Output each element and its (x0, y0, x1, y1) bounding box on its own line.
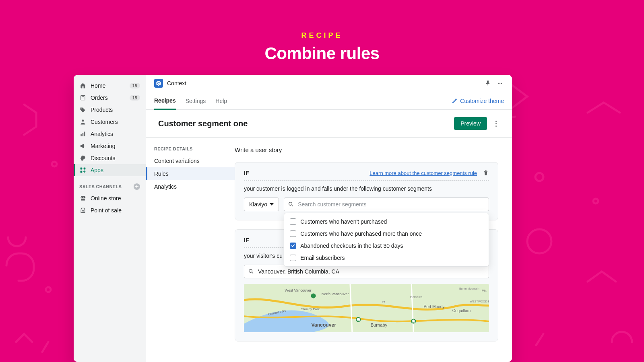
sidebar-item-orders[interactable]: Orders 15 (74, 92, 146, 104)
svg-point-16 (289, 202, 292, 206)
segment-option[interactable]: Abandoned checkouts in the last 30 days (284, 240, 489, 252)
checkbox-icon (290, 230, 296, 237)
svg-text:7A: 7A (412, 320, 415, 323)
trash-icon[interactable] (483, 170, 489, 176)
bars-icon (79, 130, 87, 138)
form-area: Write a user story IF Learn more about t… (235, 138, 512, 362)
sidebar-item-discounts[interactable]: Discounts (74, 152, 146, 164)
subnav-content-variations[interactable]: Content variations (146, 154, 235, 167)
svg-rect-6 (80, 134, 81, 136)
svg-text:Pitt: Pitt (482, 289, 487, 292)
svg-point-2 (535, 173, 543, 181)
segment-option[interactable]: Customers who haven't purchased (284, 216, 489, 228)
segment-option-label: Customers who have purchased more than o… (300, 230, 422, 237)
svg-rect-8 (84, 132, 85, 136)
segment-dropdown: Customers who haven't purchased Customer… (284, 213, 489, 267)
sidebar-item-customers[interactable]: Customers (74, 116, 146, 128)
svg-point-14 (500, 83, 501, 84)
rule-if-label: IF (244, 237, 249, 243)
person-icon (79, 118, 87, 125)
page-more-button[interactable] (492, 121, 500, 127)
svg-rect-12 (82, 211, 84, 212)
svg-text:1: 1 (357, 318, 359, 321)
sidebar-item-label: Point of sale (91, 207, 140, 214)
sidebar-item-marketing[interactable]: Marketing (74, 140, 146, 152)
rule-card-customer-segments: IF Learn more about the customer segment… (235, 162, 498, 220)
segment-option[interactable]: Email subscribers (284, 252, 489, 264)
add-channel-button[interactable] (134, 183, 140, 190)
page-hero-title: Combine rules (0, 44, 644, 63)
provider-dropdown-label: Klaviyo (249, 201, 267, 208)
checkbox-icon (290, 218, 296, 225)
sidebar-section-sales-channels: SALES CHANNELS (74, 176, 146, 192)
segment-option-label: Email subscribers (300, 255, 345, 261)
more-icon[interactable] (496, 79, 504, 87)
svg-rect-9 (80, 168, 83, 170)
search-icon (288, 201, 294, 208)
provider-dropdown[interactable]: Klaviyo (244, 197, 279, 211)
sidebar-item-label: Apps (91, 167, 140, 173)
sidebar-item-home[interactable]: Home 15 (74, 80, 146, 92)
location-search-input[interactable] (244, 265, 489, 278)
recipe-subnav-heading: RECIPE DETAILS (146, 146, 235, 154)
customize-theme-link[interactable]: Customize theme (451, 98, 504, 104)
subnav-analytics[interactable]: Analytics (146, 180, 235, 193)
user-story-title: Write a user story (235, 146, 498, 153)
svg-rect-10 (84, 168, 86, 170)
sidebar-item-online-store[interactable]: Online store (74, 192, 146, 204)
svg-text:Stanley Park: Stanley Park (301, 307, 320, 311)
app-window: Home 15 Orders 15 Products Customers Ana… (74, 75, 512, 362)
segment-option[interactable]: Customers who have purchased more than o… (284, 228, 489, 240)
tab-settings[interactable]: Settings (186, 92, 206, 110)
tag-icon (79, 106, 87, 113)
checkbox-checked-icon (290, 243, 296, 249)
tab-bar: Recipes Settings Help Customize theme (146, 92, 512, 110)
svg-text:Vancouver: Vancouver (311, 322, 336, 328)
svg-text:Burnaby: Burnaby (371, 323, 388, 327)
page-header: Customer segment one Preview (146, 110, 512, 138)
map-preview[interactable]: West Vancouver North Vancouver Stanley P… (244, 284, 489, 332)
sidebar-item-products[interactable]: Products (74, 104, 146, 116)
sidebar-item-label: Online store (91, 195, 140, 202)
sidebar-item-label: Discounts (91, 155, 140, 161)
home-icon (79, 82, 87, 89)
svg-text:Port Moody: Port Moody (424, 304, 445, 309)
sidebar-item-apps[interactable]: Apps (74, 164, 146, 176)
svg-point-1 (46, 287, 51, 292)
sparkle-icon (451, 98, 458, 104)
svg-text:7A: 7A (382, 301, 386, 304)
sidebar-item-pos[interactable]: Point of sale (74, 204, 146, 216)
sidebar-item-label: Home (91, 82, 126, 89)
segment-search-input[interactable] (284, 197, 489, 211)
main-panel: Context Recipes Settings Help Customize … (146, 75, 512, 362)
tab-recipes[interactable]: Recipes (154, 92, 176, 110)
preview-button[interactable]: Preview (454, 117, 487, 130)
svg-point-3 (593, 199, 598, 204)
segment-option-label: Abandoned checkouts in the last 30 days (300, 243, 403, 249)
subnav-rules[interactable]: Rules (146, 167, 235, 180)
pin-icon[interactable] (484, 79, 492, 87)
search-icon (248, 268, 254, 275)
page-eyebrow: RECIPE (0, 31, 644, 40)
sidebar-item-label: Orders (91, 95, 126, 101)
orders-icon (79, 94, 87, 101)
sidebar-item-analytics[interactable]: Analytics (74, 128, 146, 140)
pos-icon (79, 207, 87, 214)
app-logo (154, 79, 163, 88)
page-title: Customer segment one (158, 119, 248, 128)
recipe-subnav: RECIPE DETAILS Content variations Rules … (146, 138, 235, 362)
svg-text:WESTWOOD PLATEAU: WESTWOOD PLATEAU (470, 300, 489, 303)
svg-text:North Vancouver: North Vancouver (322, 292, 349, 296)
learn-more-link[interactable]: Learn more about the customer segments r… (369, 170, 477, 176)
tab-help[interactable]: Help (215, 92, 227, 110)
caret-down-icon (270, 203, 274, 206)
sidebar-badge: 15 (130, 95, 140, 101)
discount-icon (79, 154, 87, 162)
svg-text:West Vancouver: West Vancouver (285, 288, 312, 292)
customize-theme-label: Customize theme (460, 98, 504, 104)
sidebar-badge: 15 (130, 83, 140, 88)
svg-text:Burke Mountain: Burke Mountain (459, 287, 479, 290)
sidebar-item-label: Marketing (91, 143, 140, 149)
app-name: Context (167, 80, 186, 86)
megaphone-icon (79, 142, 87, 150)
